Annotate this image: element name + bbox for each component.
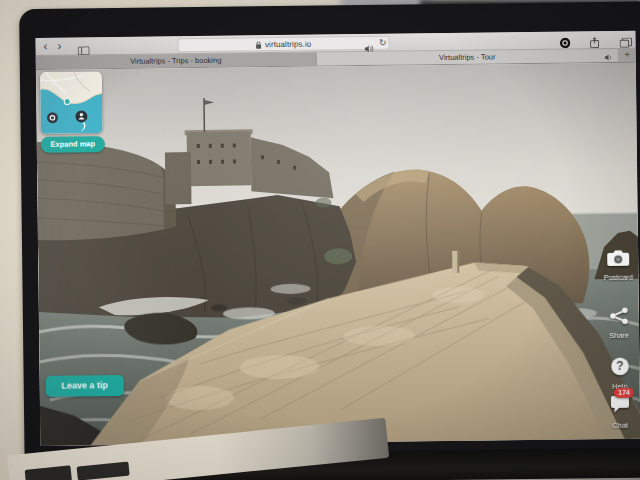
reload-icon[interactable]: ↻ [379, 37, 387, 49]
tab-label: Virtualtrips - Trips - booking [130, 56, 221, 66]
address-bar[interactable]: virtualtrips.io ↻ [177, 36, 389, 53]
postcard-button[interactable]: Postcard [598, 249, 638, 282]
tour-scene[interactable] [36, 63, 640, 446]
back-button[interactable]: ‹ [43, 38, 47, 54]
keyboard-key [77, 462, 130, 480]
url-text: virtualtrips.io [265, 39, 312, 49]
camera-icon [607, 253, 629, 270]
leave-a-tip-button[interactable]: Leave a tip [46, 375, 124, 397]
mini-map[interactable] [40, 71, 103, 134]
chat-label: Chat [600, 421, 640, 430]
postcard-label: Postcard [598, 273, 638, 282]
chat-unread-badge: 174 [614, 388, 634, 398]
tour-viewport: Expand map Leave a tip Postcard [36, 63, 640, 446]
help-button[interactable]: ? Help [599, 357, 639, 391]
browser-window: ‹ › virtualtrips.io ↻ [35, 31, 640, 446]
share-button[interactable]: Share [599, 307, 639, 340]
expand-map-button[interactable]: Expand map [41, 136, 105, 153]
share-icon [609, 311, 629, 328]
tab-label: Virtualtrips - Tour [439, 52, 496, 62]
svg-text:?: ? [616, 359, 624, 373]
forward-button[interactable]: › [57, 38, 61, 54]
question-icon: ? [610, 362, 629, 379]
map-location-dot [64, 99, 70, 105]
laptop: ‹ › virtualtrips.io ↻ [19, 1, 640, 480]
new-tab-button[interactable]: + [619, 49, 636, 61]
share-label: Share [599, 331, 639, 340]
chat-bubble-icon: 174 [609, 395, 631, 419]
chat-button[interactable]: 174 Chat [600, 395, 640, 430]
padlock-icon [256, 35, 262, 53]
keyboard-key [25, 465, 72, 480]
